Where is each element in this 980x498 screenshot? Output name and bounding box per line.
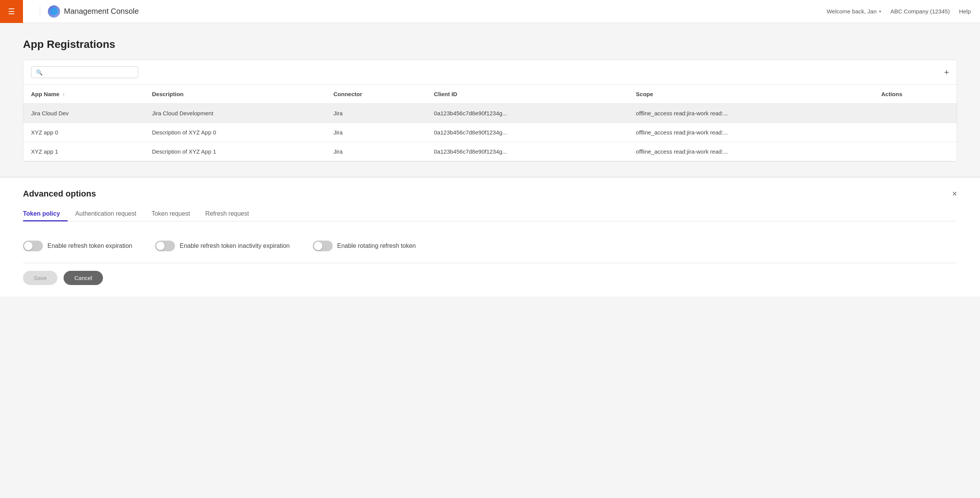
header-logo: 🌐 Management Console	[48, 5, 139, 18]
table-toolbar: 🔍 +	[23, 60, 957, 85]
cancel-button[interactable]: Cancel	[64, 271, 103, 285]
cell-actions	[874, 142, 957, 161]
toggle-knob-1	[156, 242, 165, 250]
toggle-switch-2[interactable]	[313, 241, 333, 251]
advanced-title: Advanced options	[23, 189, 96, 199]
toggle-knob-0	[24, 242, 33, 250]
welcome-menu[interactable]: Welcome back, Jan ▾	[826, 8, 881, 15]
menu-button[interactable]: ☰	[0, 0, 23, 23]
toggle-item-1: Enable refresh token inactivity expirati…	[155, 241, 289, 251]
header: ☰ 🌐 Management Console Welcome back, Jan…	[0, 0, 980, 23]
header-title: Management Console	[64, 7, 139, 16]
toggle-label-1: Enable refresh token inactivity expirati…	[180, 242, 289, 249]
toggle-item-2: Enable rotating refresh token	[313, 241, 416, 251]
save-button[interactable]: Save	[23, 271, 57, 285]
app-registrations-table: App Name ↑ Description Connector Client …	[23, 85, 957, 161]
cell-client-id: 0a123b456c7d8e90f1234g...	[426, 142, 629, 161]
cell-actions	[874, 123, 957, 142]
advanced-options-panel: Advanced options × Token policyAuthentic…	[0, 177, 980, 297]
col-description: Description	[144, 85, 326, 104]
toggle-item-0: Enable refresh token expiration	[23, 241, 132, 251]
search-box: 🔍	[31, 66, 138, 78]
cell-app-name: XYZ app 0	[23, 123, 144, 142]
advanced-tabs: Token policyAuthentication requestToken …	[23, 206, 957, 221]
cell-scope: offline_access read:jira-work read:...	[628, 142, 874, 161]
cell-scope: offline_access read:jira-work read:...	[628, 123, 874, 142]
logo-icon: 🌐	[48, 5, 60, 18]
cell-scope: offline_access read:jira-work read:...	[628, 104, 874, 123]
cell-connector: Jira	[326, 104, 426, 123]
tab-authentication-request[interactable]: Authentication request	[75, 206, 144, 221]
tab-token-policy[interactable]: Token policy	[23, 206, 68, 221]
table-row[interactable]: XYZ app 0 Description of XYZ App 0 Jira …	[23, 123, 957, 142]
welcome-chevron: ▾	[879, 9, 881, 14]
cell-app-name: XYZ app 1	[23, 142, 144, 161]
add-button[interactable]: +	[944, 67, 949, 77]
toggle-label-2: Enable rotating refresh token	[337, 242, 416, 249]
cell-description: Jira Cloud Development	[144, 104, 326, 123]
footer-buttons: Save Cancel	[23, 263, 957, 297]
table-header-row: App Name ↑ Description Connector Client …	[23, 85, 957, 104]
table-row[interactable]: XYZ app 1 Description of XYZ App 1 Jira …	[23, 142, 957, 161]
col-scope: Scope	[628, 85, 874, 104]
advanced-header: Advanced options ×	[23, 189, 957, 199]
cell-connector: Jira	[326, 123, 426, 142]
col-client-id: Client ID	[426, 85, 629, 104]
table-row[interactable]: Jira Cloud Dev Jira Cloud Development Ji…	[23, 104, 957, 123]
toggle-knob-2	[314, 242, 322, 250]
col-actions: Actions	[874, 85, 957, 104]
cell-actions	[874, 104, 957, 123]
cell-app-name: Jira Cloud Dev	[23, 104, 144, 123]
tab-token-request[interactable]: Token request	[152, 206, 198, 221]
col-connector: Connector	[326, 85, 426, 104]
close-button[interactable]: ×	[952, 189, 957, 199]
col-app-name: App Name ↑	[23, 85, 144, 104]
help-link[interactable]: Help	[959, 8, 971, 15]
search-icon: 🔍	[36, 69, 42, 75]
company-name: ABC Company (12345)	[890, 8, 950, 15]
toggle-switch-1[interactable]	[155, 241, 175, 251]
search-input[interactable]	[46, 69, 133, 75]
table-card: 🔍 + App Name ↑ Description Connector Cli…	[23, 60, 957, 162]
main-content: App Registrations 🔍 + App Name ↑ Descrip…	[0, 23, 980, 177]
cell-connector: Jira	[326, 142, 426, 161]
welcome-text: Welcome back, Jan	[826, 8, 877, 15]
cell-client-id: 0a123b456c7d8e90f1234g...	[426, 123, 629, 142]
header-right: Welcome back, Jan ▾ ABC Company (12345) …	[826, 8, 971, 15]
toggle-label-0: Enable refresh token expiration	[47, 242, 132, 249]
toggles-row: Enable refresh token expiration Enable r…	[23, 233, 957, 263]
cell-description: Description of XYZ App 0	[144, 123, 326, 142]
tab-refresh-request[interactable]: Refresh request	[205, 206, 256, 221]
menu-icon: ☰	[8, 7, 15, 16]
cell-client-id: 0a123b456c7d8e90f1234g...	[426, 104, 629, 123]
header-divider	[40, 6, 40, 17]
sort-arrow-icon: ↑	[62, 92, 65, 97]
toggle-switch-0[interactable]	[23, 241, 43, 251]
page-title: App Registrations	[23, 38, 957, 51]
cell-description: Description of XYZ App 1	[144, 142, 326, 161]
